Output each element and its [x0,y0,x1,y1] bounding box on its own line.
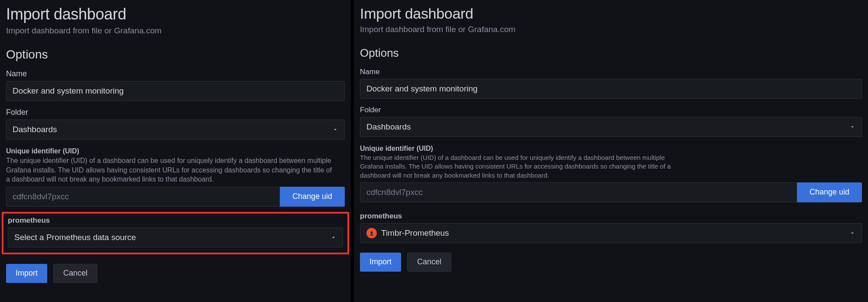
cancel-button[interactable]: Cancel [407,253,451,272]
name-input[interactable] [360,79,862,99]
uid-value: cdfcn8dvl7pxcc [366,188,423,197]
name-input[interactable] [6,81,345,101]
uid-input[interactable]: cdfcn8dvl7pxcc [360,182,797,202]
folder-label: Folder [6,108,345,117]
import-button[interactable]: Import [360,253,401,272]
uid-value: cdfcn8dvl7pxcc [13,192,69,201]
chevron-down-icon [849,230,855,236]
uid-input[interactable]: cdfcn8dvl7pxcc [6,187,280,207]
page-title: Import dashboard [360,5,862,22]
folder-value: Dashboards [366,122,411,132]
import-dashboard-panel-left: Import dashboard Import dashboard from f… [0,0,351,302]
import-dashboard-panel-right: Import dashboard Import dashboard from f… [354,0,868,302]
chevron-down-icon [332,127,338,133]
change-uid-button[interactable]: Change uid [280,187,345,207]
folder-select[interactable]: Dashboards [6,120,345,140]
datasource-label: prometheus [8,216,343,225]
options-heading: Options [360,46,862,60]
page-subtitle: Import dashboard from file or Grafana.co… [6,26,345,36]
import-button[interactable]: Import [6,264,47,283]
name-label: Name [360,68,862,76]
uid-help-text: The unique identifier (UID) of a dashboa… [6,156,335,184]
folder-value: Dashboards [13,125,57,134]
uid-label: Unique identifier (UID) [6,147,345,155]
options-heading: Options [6,48,345,62]
datasource-select[interactable]: Timbr-Prometheus [360,223,862,243]
folder-select[interactable]: Dashboards [360,117,862,137]
page-title: Import dashboard [6,5,345,23]
uid-row: cdfcn8dvl7pxcc Change uid [360,182,862,202]
action-row: Import Cancel [360,253,862,272]
datasource-value: Select a Prometheus data source [14,233,136,242]
datasource-select[interactable]: Select a Prometheus data source [8,227,343,247]
datasource-highlight: prometheus Select a Prometheus data sour… [2,212,349,254]
uid-label: Unique identifier (UID) [360,145,862,153]
uid-row: cdfcn8dvl7pxcc Change uid [6,187,345,207]
name-label: Name [6,69,345,78]
action-row: Import Cancel [6,264,345,283]
folder-label: Folder [360,106,862,114]
chevron-down-icon [330,234,337,240]
page-subtitle: Import dashboard from file or Grafana.co… [360,25,862,34]
change-uid-button[interactable]: Change uid [797,182,862,202]
chevron-down-icon [849,124,855,130]
uid-help-text: The unique identifier (UID) of a dashboa… [360,153,680,180]
prometheus-icon [366,228,377,238]
datasource-value: Timbr-Prometheus [381,228,449,238]
datasource-label: prometheus [360,212,862,221]
cancel-button[interactable]: Cancel [53,264,97,283]
